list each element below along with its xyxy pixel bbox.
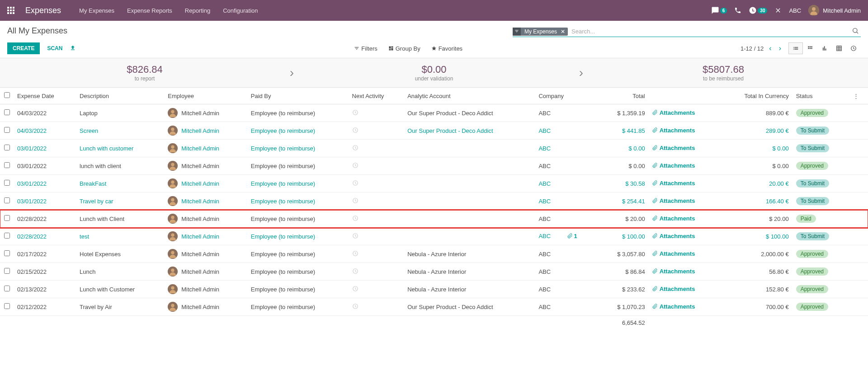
- filters-button[interactable]: Filters: [354, 45, 377, 52]
- pivot-view-icon[interactable]: [832, 42, 846, 54]
- table-row[interactable]: 02/12/2022 Travel by Air Mitchell Admin …: [0, 298, 868, 316]
- attachments-link[interactable]: Attachments: [652, 286, 695, 292]
- activity-view-icon[interactable]: [846, 42, 861, 54]
- attachments-link[interactable]: Attachments: [652, 109, 695, 116]
- svg-point-24: [171, 216, 175, 219]
- cell-next-activity[interactable]: [349, 140, 404, 157]
- attachments-link[interactable]: Attachments: [652, 162, 695, 169]
- row-checkbox[interactable]: [4, 268, 10, 274]
- attachments-link[interactable]: Attachments: [652, 303, 695, 310]
- attachments-link[interactable]: Attachments: [652, 197, 695, 204]
- nav-reporting[interactable]: Reporting: [185, 7, 210, 14]
- pager-prev-icon[interactable]: ‹: [767, 42, 773, 54]
- table-row[interactable]: 02/13/2022 Lunch with Customer Mitchell …: [0, 281, 868, 298]
- col-emp[interactable]: Employee: [164, 88, 247, 104]
- table-row[interactable]: 03/01/2022 Travel by car Mitchell Admin …: [0, 192, 868, 210]
- col-total[interactable]: Total: [581, 88, 649, 104]
- attachments-link[interactable]: Attachments: [652, 215, 695, 222]
- row-checkbox[interactable]: [4, 127, 10, 133]
- svg-point-33: [171, 269, 175, 272]
- table-row[interactable]: 02/28/2022 Lunch with Client Mitchell Ad…: [0, 210, 868, 228]
- cell-next-activity[interactable]: [349, 263, 404, 281]
- table-row[interactable]: 03/01/2022 Lunch with customer Mitchell …: [0, 140, 868, 157]
- row-checkbox[interactable]: [4, 286, 10, 291]
- row-checkbox[interactable]: [4, 162, 10, 168]
- debug-icon[interactable]: [774, 7, 782, 14]
- kanban-view-icon[interactable]: [803, 42, 817, 54]
- nav-expense-reports[interactable]: Expense Reports: [127, 7, 172, 14]
- table-row[interactable]: 04/03/2022 Screen Mitchell Admin Employe…: [0, 122, 868, 140]
- view-switcher: [788, 42, 861, 54]
- pager-next-icon[interactable]: ›: [777, 42, 783, 54]
- column-options-icon[interactable]: ⋮: [849, 88, 868, 104]
- attachments-link[interactable]: Attachments: [652, 268, 695, 275]
- attachments-link[interactable]: Attachments: [652, 145, 695, 151]
- row-checkbox[interactable]: [4, 145, 10, 150]
- col-status[interactable]: Status: [793, 88, 849, 104]
- row-checkbox[interactable]: [4, 250, 10, 256]
- col-desc[interactable]: Description: [76, 88, 164, 104]
- col-analytic[interactable]: Analytic Account: [404, 88, 535, 104]
- search-box[interactable]: My Expenses ✕: [513, 26, 861, 37]
- upload-icon[interactable]: [70, 45, 76, 52]
- cell-next-activity[interactable]: [349, 245, 404, 263]
- filter-tag-close-icon[interactable]: ✕: [561, 28, 565, 35]
- col-tic[interactable]: Total In Currency: [719, 88, 793, 104]
- col-paid[interactable]: Paid By: [247, 88, 349, 104]
- user-menu[interactable]: Mitchell Admin: [808, 5, 861, 16]
- dash-to-report[interactable]: $826.84 to report ›: [0, 58, 289, 87]
- activities-icon[interactable]: 30: [749, 6, 767, 14]
- col-next[interactable]: Next Activity: [349, 88, 404, 104]
- table-row[interactable]: 03/01/2022 lunch with client Mitchell Ad…: [0, 157, 868, 175]
- table-row[interactable]: 02/17/2022 Hotel Expenses Mitchell Admin…: [0, 245, 868, 263]
- table-row[interactable]: 04/03/2022 Laptop Mitchell Admin Employe…: [0, 104, 868, 122]
- col-date[interactable]: Expense Date: [14, 88, 76, 104]
- pager-text[interactable]: 1-12 / 12: [741, 45, 764, 52]
- row-checkbox[interactable]: [4, 233, 10, 239]
- scan-button[interactable]: SCAN: [47, 45, 62, 52]
- row-checkbox[interactable]: [4, 215, 10, 221]
- page-title: All My Expenses: [7, 26, 67, 36]
- dash-to-reimburse[interactable]: $5807.68 to be reimbursed: [579, 58, 868, 87]
- cell-next-activity[interactable]: [349, 281, 404, 298]
- cell-next-activity[interactable]: [349, 298, 404, 316]
- cell-next-activity[interactable]: [349, 122, 404, 140]
- cell-next-activity[interactable]: [349, 228, 404, 245]
- cell-next-activity[interactable]: [349, 210, 404, 228]
- phone-icon[interactable]: [734, 7, 741, 14]
- attachments-link[interactable]: Attachments: [652, 250, 695, 257]
- row-checkbox[interactable]: [4, 180, 10, 186]
- group-by-button[interactable]: Group By: [388, 45, 420, 52]
- favorites-button[interactable]: Favorites: [431, 45, 462, 52]
- row-checkbox[interactable]: [4, 303, 10, 309]
- row-checkbox[interactable]: [4, 109, 10, 115]
- messaging-icon[interactable]: 6: [711, 6, 727, 14]
- search-icon[interactable]: [850, 27, 861, 36]
- cell-tic: 166.40 €: [719, 192, 793, 210]
- table-row[interactable]: 03/01/2022 BreakFast Mitchell Admin Empl…: [0, 175, 868, 192]
- col-company[interactable]: Company: [535, 88, 580, 104]
- cell-next-activity[interactable]: [349, 104, 404, 122]
- select-all-checkbox[interactable]: [4, 92, 10, 98]
- company-selector[interactable]: ABC: [789, 7, 801, 14]
- create-button[interactable]: CREATE: [7, 42, 40, 54]
- dash-under-validation[interactable]: $0.00 under validation ›: [289, 58, 579, 87]
- search-input[interactable]: [568, 27, 850, 36]
- nav-configuration[interactable]: Configuration: [223, 7, 258, 14]
- attachments-link[interactable]: Attachments: [652, 127, 695, 134]
- svg-rect-3: [837, 46, 842, 51]
- apps-menu-icon[interactable]: [7, 7, 14, 14]
- nav-my-expenses[interactable]: My Expenses: [79, 7, 114, 14]
- graph-view-icon[interactable]: [817, 42, 832, 54]
- row-checkbox[interactable]: [4, 197, 10, 203]
- app-title[interactable]: Expenses: [25, 6, 61, 15]
- cell-next-activity[interactable]: [349, 157, 404, 175]
- clock-icon: [352, 128, 359, 135]
- attachments-link[interactable]: Attachments: [652, 233, 695, 239]
- table-row[interactable]: 02/15/2022 Lunch Mitchell Admin Employee…: [0, 263, 868, 281]
- cell-next-activity[interactable]: [349, 175, 404, 192]
- table-row[interactable]: 02/28/2022 test Mitchell Admin Employee …: [0, 228, 868, 245]
- cell-next-activity[interactable]: [349, 192, 404, 210]
- attachments-link[interactable]: Attachments: [652, 180, 695, 187]
- list-view-icon[interactable]: [788, 42, 803, 54]
